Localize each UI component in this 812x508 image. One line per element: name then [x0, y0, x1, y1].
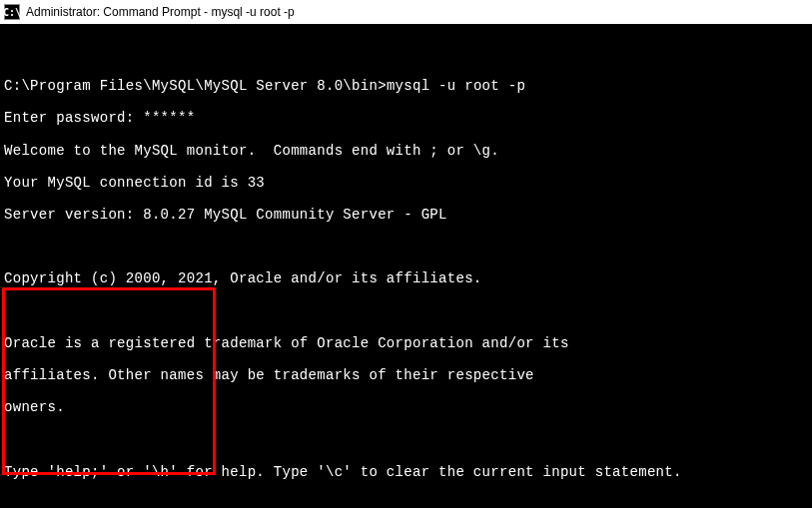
- password-line: Enter password: ******: [4, 110, 808, 126]
- terminal-line: C:\Program Files\MySQL\MySQL Server 8.0\…: [4, 78, 808, 94]
- titlebar[interactable]: C:\ Administrator: Command Prompt - mysq…: [0, 0, 812, 24]
- terminal-line: [4, 496, 808, 508]
- terminal-line: [4, 239, 808, 254]
- terminal-line: [4, 46, 808, 62]
- initial-command: mysql -u root -p: [387, 78, 525, 94]
- terminal-line: [4, 303, 808, 319]
- trademark-line: affiliates. Other names may be trademark…: [4, 367, 808, 383]
- window-title: Administrator: Command Prompt - mysql -u…: [26, 5, 295, 19]
- cmd-icon: C:\: [4, 4, 20, 20]
- version-line: Server version: 8.0.27 MySQL Community S…: [4, 207, 808, 223]
- copyright-line: Copyright (c) 2000, 2021, Oracle and/or …: [4, 270, 808, 286]
- trademark-line: owners.: [4, 399, 808, 415]
- prompt-path: C:\Program Files\MySQL\MySQL Server 8.0\…: [4, 78, 387, 94]
- welcome-line: Welcome to the MySQL monitor. Commands e…: [4, 143, 808, 159]
- trademark-line: Oracle is a registered trademark of Orac…: [4, 335, 808, 351]
- terminal-line: [4, 431, 808, 447]
- terminal-output[interactable]: C:\Program Files\MySQL\MySQL Server 8.0\…: [0, 24, 812, 508]
- connection-line: Your MySQL connection id is 33: [4, 175, 808, 191]
- help-line: Type 'help;' or '\h' for help. Type '\c'…: [4, 464, 808, 480]
